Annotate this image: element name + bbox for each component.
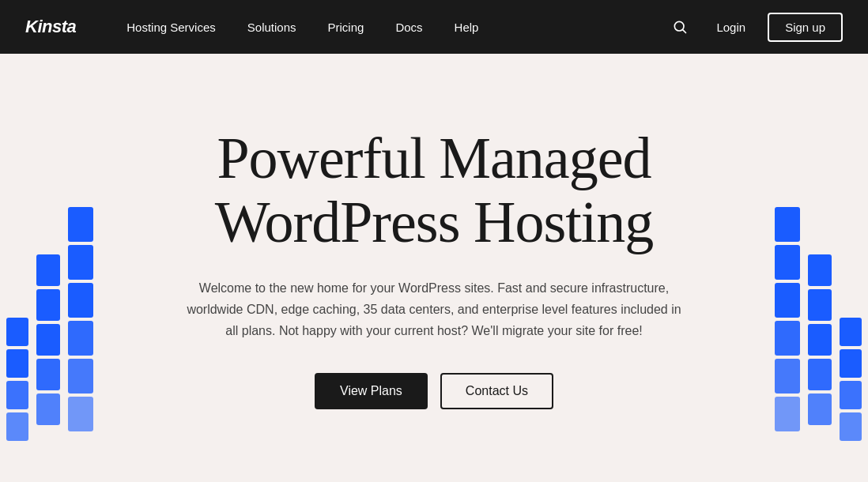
contact-us-button[interactable]: Contact Us — [440, 373, 553, 409]
nav-link-docs[interactable]: Docs — [383, 14, 435, 40]
nav-link-solutions[interactable]: Solutions — [235, 14, 309, 40]
deco-right — [765, 150, 868, 482]
navbar: Kinsta Hosting Services Solutions Pricin… — [0, 0, 868, 54]
view-plans-button[interactable]: View Plans — [315, 373, 428, 409]
nav-link-pricing[interactable]: Pricing — [315, 14, 377, 40]
logo[interactable]: Kinsta — [25, 17, 76, 37]
nav-links: Hosting Services Solutions Pricing Docs … — [114, 14, 666, 40]
hero-title: Powerful Managed WordPress Hosting — [215, 126, 654, 255]
nav-link-hosting-services[interactable]: Hosting Services — [114, 14, 228, 40]
search-icon — [672, 19, 688, 35]
signup-button[interactable]: Sign up — [768, 13, 843, 42]
deco-left — [0, 150, 103, 482]
nav-actions: Login Sign up — [666, 13, 843, 42]
hero-title-line1: Powerful Managed — [217, 126, 651, 190]
hero-section: Powerful Managed WordPress Hosting Welco… — [0, 54, 868, 482]
svg-line-1 — [683, 30, 686, 33]
hero-buttons: View Plans Contact Us — [315, 373, 553, 409]
svg-point-0 — [675, 21, 685, 31]
hero-title-line2: WordPress Hosting — [215, 190, 654, 254]
login-link[interactable]: Login — [707, 14, 755, 40]
hero-subtitle: Welcome to the new home for your WordPre… — [181, 277, 687, 342]
search-button[interactable] — [666, 13, 694, 41]
nav-link-help[interactable]: Help — [442, 14, 492, 40]
